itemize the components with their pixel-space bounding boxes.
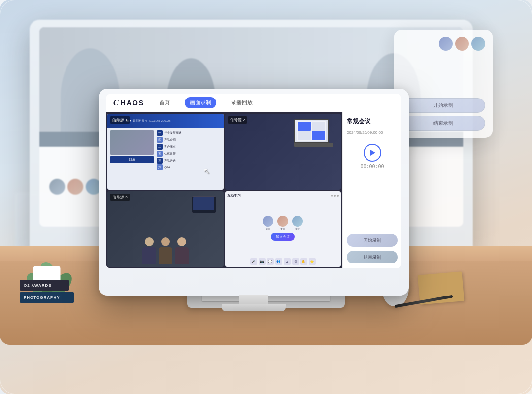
slide-item-1: 一 行业发展概述: [157, 130, 221, 136]
video-cell-1: 信号源 1 THECOLOR 超彩科技/THECLOR-200328 目录: [107, 114, 224, 190]
vc4-join-button[interactable]: 加入会议: [271, 233, 295, 241]
slide-item-5: 五 优惠政策: [157, 151, 221, 157]
bg-card-buttons: 开始录制 结束录制: [401, 98, 485, 131]
nav-screen-record[interactable]: 画面录制: [185, 97, 216, 108]
laptop-image: [294, 119, 336, 151]
vc4-avatar-1: 张三: [263, 216, 273, 230]
play-triangle-icon: [370, 150, 375, 156]
cell2-label: 信号源 2: [228, 116, 248, 124]
vc4-dots: [331, 195, 339, 197]
nav-playback[interactable]: 录播回放: [226, 97, 258, 108]
book-1-title: O2 AWARDS: [24, 283, 52, 288]
end-record-button[interactable]: 结束录制: [347, 251, 398, 263]
menu-num-3: 三: [157, 158, 163, 164]
book-1: O2 AWARDS: [20, 280, 69, 291]
bg-card-avatar-1: [439, 37, 453, 51]
nav-home[interactable]: 首页: [154, 97, 175, 108]
vc4-title: 互动学习: [227, 193, 241, 198]
book-2: PHOTOGRAPHY: [20, 292, 74, 303]
menu-text-2: 客户痛点: [164, 145, 176, 149]
video-cell-2: 信号源 2: [225, 114, 341, 190]
slide-body: 目录 一 行业发展概述 四 产品介绍: [107, 128, 224, 190]
menu-num-6: 六: [157, 164, 163, 170]
vc4-center: 张三 李四 王五: [227, 199, 339, 257]
vc4-tool-6[interactable]: ⚙: [292, 258, 299, 265]
vc4-dot-2: [334, 195, 336, 197]
app-container: C HAOS 首页 画面录制 录播回放 信号源 1: [106, 94, 401, 268]
app-content: 信号源 1 THECOLOR 超彩科技/THECLOR-200328 目录: [106, 112, 401, 268]
vc4-avatars: 张三 李四 王五: [263, 216, 303, 230]
slide-menu-title: 目录: [110, 156, 154, 163]
menu-num-4: 四: [157, 137, 163, 143]
ls-cell-2: [312, 122, 325, 131]
vc4-dot-1: [331, 195, 333, 197]
vc4-tool-8[interactable]: ⭐: [309, 258, 316, 265]
book-2-title: PHOTOGRAPHY: [24, 296, 60, 300]
logo-haos: HAOS: [121, 99, 144, 107]
menu-text-1: 行业发展概述: [164, 131, 182, 135]
vc4-av-label-1: 张三: [266, 228, 270, 230]
start-record-button[interactable]: 开始录制: [347, 234, 398, 247]
main-monitor: C HAOS 首页 画面录制 录播回放 信号源 1: [99, 89, 409, 296]
vc4-tool-2[interactable]: 📷: [259, 258, 266, 265]
main-monitor-stand: [239, 295, 268, 305]
person-3-body: [175, 247, 189, 264]
cell1-label: 信号源 1: [110, 116, 130, 124]
vc4-tool-1[interactable]: 🎤: [250, 258, 257, 265]
person-3-head: [177, 237, 186, 246]
video-grid: 信号源 1 THECOLOR 超彩科技/THECLOR-200328 目录: [106, 112, 342, 268]
plant: [25, 222, 69, 286]
menu-text-3: 产品进迭: [164, 159, 176, 163]
bg-avatars: [49, 179, 101, 195]
video-cell-3: 信号源 3: [107, 191, 224, 267]
slide-right: 一 行业发展概述 四 产品介绍 二 客户痛点: [157, 130, 221, 187]
books: O2 AWARDS PHOTOGRAPHY: [20, 280, 74, 303]
vc4-av-circle-3: [292, 216, 303, 227]
menu-num-5: 五: [157, 151, 163, 157]
slide-item-6: 三 产品进迭: [157, 158, 221, 164]
menu-text-5: 优惠政策: [164, 152, 176, 156]
people-silhouette: [107, 204, 224, 264]
main-monitor-base: [222, 304, 286, 311]
ls-cell-4: [312, 131, 325, 140]
vc4-dot-3: [337, 195, 339, 197]
menu-text-6: Q&A: [164, 166, 170, 169]
bg-avatar-2: [67, 179, 83, 195]
app-logo: C HAOS: [113, 98, 144, 107]
bg-start-record-button[interactable]: 开始录制: [401, 98, 485, 113]
vc4-toolbar: 🎤 📷 💬 👥 🖥 ⚙ ✋ ⭐: [227, 258, 339, 265]
vc4-av-circle-2: [277, 216, 288, 227]
laptop-screen: [294, 119, 329, 143]
main-monitor-screen: C HAOS 首页 画面录制 录播回放 信号源 1: [106, 94, 401, 268]
menu-num-1: 一: [157, 130, 163, 136]
person-2: [159, 237, 172, 264]
vc4-av-label-2: 李四: [280, 228, 285, 230]
laptop-base: [294, 143, 333, 147]
logo-c: C: [113, 98, 119, 107]
vc4-tool-5[interactable]: 🖥: [284, 258, 291, 265]
video-cell-4: 互动学习: [225, 191, 341, 267]
play-section: 00:00:00: [347, 144, 398, 169]
vc4-header: 互动学习: [227, 193, 339, 198]
right-panel: 常规会议 2024/09/26/09:00:00 00:00:00 开始录制 结…: [342, 112, 401, 268]
vc4-tool-7[interactable]: ✋: [300, 258, 307, 265]
cell3-label: 信号源 3: [110, 194, 130, 201]
vc4-tool-3[interactable]: 💬: [267, 258, 274, 265]
menu-text-4: 产品介绍: [164, 138, 176, 142]
scene-container: 开始录制 结束录制 C HAOS 首页 画面录制 录播回放: [0, 0, 532, 394]
vc4-tool-4[interactable]: 👥: [275, 258, 282, 265]
vc4-avatar-3: 王五: [292, 216, 303, 230]
menu-num-2: 二: [157, 144, 163, 150]
slide-left: 目录: [110, 130, 154, 187]
play-button[interactable]: [364, 144, 381, 162]
slide-item-qa: 六 Q&A: [157, 164, 221, 170]
person-1-head: [145, 237, 154, 246]
bg-end-record-button[interactable]: 结束录制: [401, 116, 485, 131]
slide-item-2: 四 产品介绍: [157, 137, 221, 143]
slide-subtitle: 超彩科技/THECLOR-200328: [133, 119, 170, 123]
bg-card-avatar-3: [471, 37, 485, 51]
ls-cell-3: [298, 131, 311, 140]
time-display: 00:00:00: [360, 164, 384, 169]
bg-card: 开始录制 结束录制: [394, 30, 493, 138]
meeting-title: 常规会议: [347, 117, 398, 126]
